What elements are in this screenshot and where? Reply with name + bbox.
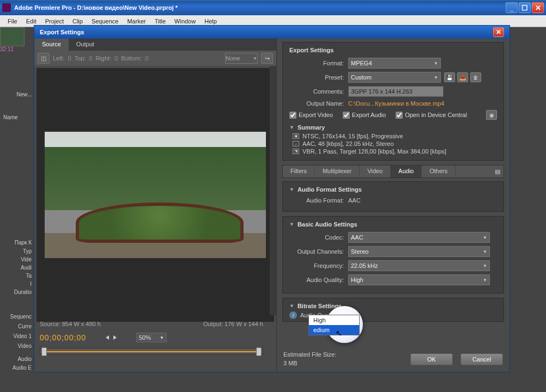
menu-file[interactable]: File	[3, 17, 22, 26]
range-slider[interactable]	[40, 348, 263, 354]
audio-quality-label: Audio Quality:	[289, 277, 348, 283]
bg-audio: Audi	[0, 265, 34, 271]
crop-left-label: Left:	[53, 55, 64, 62]
device-central-info-button[interactable]: ◉	[486, 110, 497, 120]
tab-output[interactable]: Output	[69, 39, 102, 51]
crop-right-value[interactable]: 0	[114, 55, 118, 62]
estimated-size-label: Estimated File Size:	[283, 351, 336, 359]
preset-select[interactable]: Custom▼	[348, 72, 441, 83]
channels-label: Output Channels:	[289, 248, 348, 255]
crop-left-value[interactable]: 0	[68, 55, 71, 62]
tab-filters[interactable]: Filters	[283, 166, 315, 177]
bg-duration: Duratio	[0, 289, 34, 295]
export-settings-dialog: Export Settings ✕ Source Output ◫ Left: …	[34, 25, 510, 372]
preset-label: Preset:	[289, 74, 348, 81]
menu-sequence[interactable]: Sequence	[87, 17, 123, 26]
summary-audio: AAC, 48 [kbps], 22.05 kHz, Stereo	[302, 140, 394, 147]
codec-select[interactable]: AAC▼	[348, 232, 490, 243]
tab-source[interactable]: Source	[34, 39, 69, 51]
dialog-close-button[interactable]: ✕	[493, 27, 504, 37]
bg-audio2: Audio E	[0, 365, 34, 371]
output-dimensions: Output: 176 W x 144 h	[203, 321, 263, 327]
export-video-checkbox[interactable]: Export Video	[289, 112, 333, 119]
codec-label: Codec:	[289, 234, 348, 241]
delete-preset-button[interactable]: 🗑	[470, 72, 481, 82]
dropdown-option-medium[interactable]: edium	[309, 325, 359, 335]
menu-marker[interactable]: Marker	[123, 17, 150, 26]
dropdown-option-high[interactable]: High	[309, 315, 359, 325]
zoom-select[interactable]: 50%▼	[136, 333, 167, 342]
video-icon: ▣	[293, 133, 299, 139]
export-settings-section: Export Settings Format: MPEG4▼ Preset: C…	[282, 42, 504, 161]
open-device-central-checkbox[interactable]: Open in Device Central	[396, 112, 467, 119]
tab-multiplexer[interactable]: Multiplexer	[315, 166, 360, 177]
format-select[interactable]: MPEG4▼	[348, 58, 441, 69]
summary-video: NTSC, 176x144, 15 [fps], Progressive	[302, 133, 403, 139]
preview-area	[37, 68, 274, 322]
bg-sequence: Sequenc	[0, 314, 34, 320]
menu-title[interactable]: Title	[150, 17, 170, 26]
crop-bottom-label: Bottom:	[121, 55, 142, 62]
summary-bitrate: VBR, 1 Pass, Target 128,00 [kbps], Max 3…	[302, 148, 446, 155]
tab-video[interactable]: Video	[360, 166, 391, 177]
summary-header: Summary	[298, 124, 325, 131]
menu-clip[interactable]: Clip	[68, 17, 87, 26]
tab-overflow-menu[interactable]: ▤	[492, 166, 503, 177]
tab-audio[interactable]: Audio	[391, 166, 422, 177]
bg-monitor-thumbnail	[0, 27, 25, 46]
step-back-button[interactable]	[106, 335, 109, 340]
crop-proportions-select[interactable]: None▼	[225, 53, 258, 64]
import-preset-button[interactable]: 📥	[457, 72, 468, 82]
menu-edit[interactable]: Edit	[22, 17, 41, 26]
menu-window[interactable]: Window	[170, 17, 200, 26]
format-label: Format:	[289, 60, 348, 66]
crop-top-value[interactable]: 0	[89, 55, 92, 62]
audio-quality-select[interactable]: High▼	[348, 274, 490, 285]
frequency-select[interactable]: 22.05 kHz▼	[348, 260, 490, 271]
codec-tabs: Filters Multiplexer Video Audio Others ▤	[282, 165, 504, 178]
ok-button[interactable]: OK	[410, 353, 453, 365]
crop-apply-button[interactable]: ↪	[261, 53, 273, 64]
cancel-button[interactable]: Cancel	[460, 353, 503, 365]
step-forward-button[interactable]	[113, 335, 117, 340]
crop-top-label: Top:	[75, 55, 86, 62]
source-dimensions: Source: 854 W x 480 h	[40, 321, 101, 327]
export-settings-header: Export Settings	[289, 47, 333, 53]
window-minimize-button[interactable]: _	[506, 2, 518, 13]
export-audio-checkbox[interactable]: Export Audio	[343, 112, 386, 119]
bg-video: Vide	[0, 256, 34, 262]
preview-scrollbar[interactable]	[270, 66, 276, 315]
frequency-label: Frequency:	[289, 262, 348, 269]
bg-video2: Video	[0, 343, 34, 349]
preview-image	[45, 132, 266, 258]
window-titlebar: Adobe Premiere Pro - D:\новое видео\New …	[0, 0, 546, 15]
menu-project[interactable]: Project	[41, 17, 68, 26]
audio-icon: ♪	[293, 141, 299, 146]
dialog-title: Export Settings	[40, 29, 84, 35]
window-maximize-button[interactable]: ☐	[519, 2, 531, 13]
crop-right-label: Right:	[95, 55, 111, 62]
window-close-button[interactable]: ✕	[532, 2, 544, 13]
menu-help[interactable]: Help	[200, 17, 221, 26]
bg-ta: Ta	[0, 273, 34, 279]
save-preset-button[interactable]: 💾	[444, 72, 455, 82]
channels-select[interactable]: Stereo▼	[348, 246, 490, 257]
preview-timecode[interactable]: 00;00;00;00	[40, 333, 86, 342]
audio-format-label: Audio Format:	[289, 197, 348, 204]
bg-new-label: New...	[0, 91, 34, 97]
crop-bottom-value[interactable]: 0	[145, 55, 148, 62]
output-name-link[interactable]: C:\Docu...Кузьминки в Москве.mp4	[348, 100, 444, 107]
estimated-size-value: 3 MB	[283, 359, 336, 367]
crop-toolbar: ◫ Left: 0 Top: 0 Right: 0 Bottom: 0 None…	[34, 51, 276, 66]
tab-others[interactable]: Others	[422, 166, 456, 177]
dialog-titlebar: Export Settings ✕	[34, 26, 509, 39]
output-name-label: Output Name:	[289, 100, 348, 107]
crop-tool-button[interactable]: ◫	[38, 53, 50, 64]
window-title: Adobe Premiere Pro - D:\новое видео\New …	[14, 4, 178, 11]
bg-type: Typ	[0, 248, 34, 254]
comments-label: Comments:	[289, 88, 348, 95]
bg-name-header: Name	[0, 114, 34, 120]
bitrate-icon: ⬔	[293, 149, 299, 154]
comments-input[interactable]	[348, 86, 444, 97]
audio-format-header: Audio Format Settings	[298, 186, 362, 193]
